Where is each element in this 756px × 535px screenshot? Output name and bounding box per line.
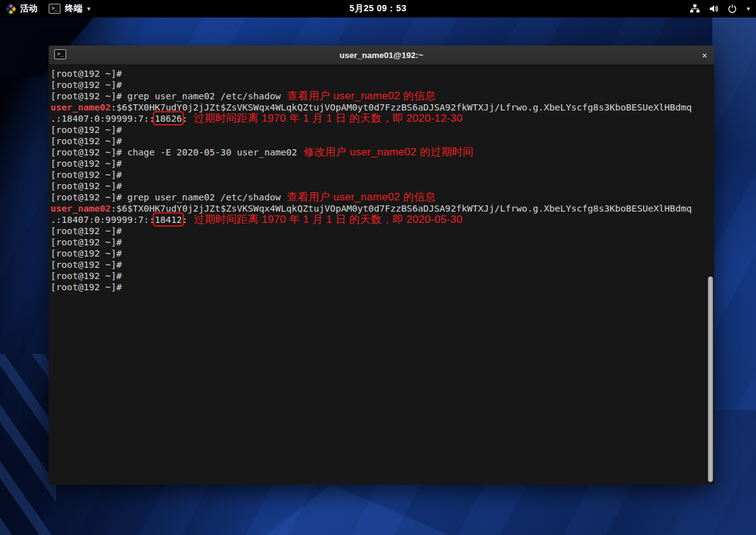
terminal-text: [root@192 ~]#: [51, 135, 127, 146]
highlight-boxed-number: 18626: [155, 113, 182, 124]
terminal-line: [root@192 ~]#: [51, 259, 714, 270]
wallpaper-shape: [0, 354, 56, 535]
terminal-text: :$6$TX0HK7udY0j2jJZt$ZsVKSWqx4WLqkQZtujV…: [111, 102, 692, 112]
wallpaper-shape: [712, 17, 756, 205]
activities-label: 活动: [20, 3, 37, 14]
terminal-line: [root@192 ~]#: [51, 270, 714, 282]
close-button[interactable]: ×: [702, 46, 707, 64]
terminal-line: [root@192 ~]# grep user_name02 /etc/shad…: [51, 91, 714, 102]
terminal-app-icon: >_: [49, 4, 61, 14]
terminal-line: [root@192 ~]#: [51, 135, 714, 147]
terminal-text: [root@192 ~]#: [51, 79, 127, 90]
terminal-text: [root@192 ~]#: [51, 169, 127, 180]
scrollbar-thumb[interactable]: [708, 277, 713, 482]
volume-icon: [709, 4, 719, 14]
terminal-line: [root@192 ~]# chage -E 2020-05-30 user_n…: [51, 147, 714, 158]
terminal-text: [root@192 ~]# chage -E 2020-05-30 user_n…: [51, 147, 297, 157]
highlight-boxed-number: 18412: [155, 214, 182, 225]
clock[interactable]: 5月25 09：53: [349, 0, 406, 17]
terminal-text: [root@192 ~]#: [51, 259, 127, 270]
terminal-line: [root@192 ~]# grep user_name02 /etc/shad…: [51, 192, 714, 203]
terminal-text: [root@192 ~]#: [51, 158, 127, 169]
top-bar-left: 活动 >_ 终端 ▾: [0, 0, 90, 17]
terminal-line: [root@192 ~]#: [51, 225, 714, 237]
terminal-line: [root@192 ~]#: [51, 180, 714, 192]
window-title: user_name01@192:~: [49, 51, 714, 60]
terminal-text: [root@192 ~]#: [51, 282, 127, 292]
terminal-text: .:18407:0:99999:7::: [51, 214, 155, 225]
terminal-text: [root@192 ~]#: [51, 124, 127, 135]
terminal-line: [root@192 ~]#: [51, 124, 714, 135]
terminal-text: [root@192 ~]# grep user_name02 /etc/shad…: [51, 192, 281, 202]
terminal-text: :: [182, 113, 188, 124]
annotation-text: 查看用户 user_name02 的信息: [287, 191, 435, 203]
terminal-text: [root@192 ~]#: [51, 248, 127, 258]
terminal-line: .:18407:0:99999:7::18412:过期时间距离 1970 年 1…: [51, 214, 714, 225]
grep-match-text: user_name02: [51, 102, 111, 112]
annotation-text: 过期时间距离 1970 年 1 月 1 日 的天数，即 2020-12-30: [194, 112, 463, 124]
network-wired-icon: [690, 4, 700, 14]
terminal-text: :$6$TX0HK7udY0j2jJZt$ZsVKSWqx4WLqkQZtujV…: [111, 203, 692, 214]
terminal-window: >_ user_name01@192:~ × [root@192 ~]# [ro…: [49, 46, 714, 484]
grep-match-text: user_name02: [51, 203, 111, 214]
terminal-text: [root@192 ~]#: [51, 270, 127, 281]
power-icon: [727, 4, 737, 14]
terminal-text: .:18407:0:99999:7::: [51, 113, 155, 124]
tray-chevron-down-icon: ▾: [747, 6, 750, 12]
terminal-line: [root@192 ~]#: [51, 248, 714, 259]
terminal-line: user_name02:$6$TX0HK7udY0j2jJZt$ZsVKSWqx…: [51, 102, 714, 113]
window-titlebar[interactable]: >_ user_name01@192:~ ×: [49, 46, 714, 65]
terminal-line: [root@192 ~]#: [51, 79, 714, 91]
titlebar-terminal-icon: >_: [54, 49, 66, 59]
activities-button[interactable]: 活动: [6, 0, 37, 17]
app-menu-label: 终端: [65, 3, 82, 14]
annotation-text: 查看用户 user_name02 的信息: [287, 90, 435, 102]
annotation-text: 修改用户 user_name02 的过期时间: [303, 146, 473, 158]
terminal-line: [root@192 ~]#: [51, 237, 714, 248]
terminal-line: [root@192 ~]#: [51, 169, 714, 180]
terminal-screen[interactable]: [root@192 ~]# [root@192 ~]# [root@192 ~]…: [49, 64, 714, 484]
terminal-text: [root@192 ~]# grep user_name02 /etc/shad…: [51, 91, 281, 101]
terminal-text: [root@192 ~]#: [51, 180, 127, 191]
terminal-line: user_name02:$6$TX0HK7udY0j2jJZt$ZsVKSWqx…: [51, 203, 714, 214]
app-menu-button[interactable]: >_ 终端 ▾: [49, 0, 90, 17]
centos-logo-icon: [6, 4, 16, 14]
terminal-line: [root@192 ~]#: [51, 68, 714, 79]
terminal-line: [root@192 ~]#: [51, 282, 714, 293]
terminal-line: [root@192 ~]#: [51, 158, 714, 169]
terminal-line: .:18407:0:99999:7::18626:过期时间距离 1970 年 1…: [51, 113, 714, 124]
terminal-text: [root@192 ~]#: [51, 225, 127, 236]
chevron-down-icon: ▾: [87, 6, 90, 12]
system-tray[interactable]: ▾: [690, 4, 756, 14]
annotation-text: 过期时间距离 1970 年 1 月 1 日 的天数，即 2020-05-30: [194, 214, 463, 225]
wallpaper-shape: [187, 484, 449, 535]
terminal-text: :: [182, 214, 188, 225]
top-bar: 活动 >_ 终端 ▾ 5月25 09：53 ▾: [0, 0, 756, 17]
terminal-text: [root@192 ~]#: [51, 68, 127, 79]
terminal-text: [root@192 ~]#: [51, 237, 127, 247]
